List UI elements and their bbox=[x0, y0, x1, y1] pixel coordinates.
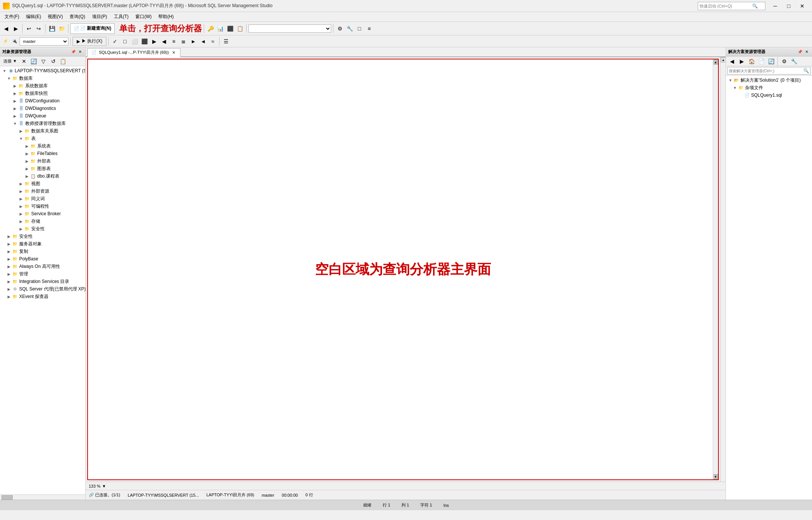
tree-sql-agent[interactable]: ▶ ⚙ SQL Server 代理(已禁用代理 XP) bbox=[0, 285, 85, 293]
sql-btn6[interactable]: ◀ bbox=[159, 37, 168, 46]
sql-btn8[interactable]: ≣ bbox=[179, 37, 188, 46]
h-scroll-thumb[interactable] bbox=[2, 495, 13, 500]
disconnect-btn[interactable]: ✕ bbox=[20, 57, 29, 66]
sol-btn5[interactable]: 🔄 bbox=[767, 57, 776, 66]
tree-management[interactable]: ▶ 📁 管理 bbox=[0, 270, 85, 278]
menu-project[interactable]: 项目(P) bbox=[89, 13, 110, 21]
menu-window[interactable]: 窗口(W) bbox=[132, 13, 155, 21]
tree-teaching-db[interactable]: ▼ 🗄 教师授课管理数据库 bbox=[0, 120, 85, 127]
toolbar-redo-btn[interactable]: ↪ bbox=[34, 24, 43, 33]
solution-search-input[interactable] bbox=[729, 69, 803, 73]
connect-button[interactable]: 连接 ▼ bbox=[2, 56, 19, 67]
sql-file-item[interactable]: 📄 SQLQuery1.sql bbox=[726, 91, 812, 99]
tree-dwqueue[interactable]: ▶ 🗄 DWQueue bbox=[0, 112, 85, 120]
toolbar-icon3[interactable]: ⬛ bbox=[226, 24, 235, 33]
tree-service-broker[interactable]: ▶ 📁 Service Broker bbox=[0, 210, 85, 217]
toolbar-icon1[interactable]: 🔑 bbox=[206, 24, 215, 33]
object-explorer-tree[interactable]: ▼ 🖥 LAPTOP-TYY\MSSQLSERVERT (SQL ▼ 📁 数据库… bbox=[0, 66, 85, 494]
sql-btn3[interactable]: ⬜ bbox=[130, 37, 139, 46]
toolbar-undo-btn[interactable]: ↩ bbox=[24, 24, 33, 33]
toolbar-icon2[interactable]: 📊 bbox=[216, 24, 225, 33]
menu-help[interactable]: 帮助(H) bbox=[155, 13, 177, 21]
query-tab[interactable]: 📄 SQLQuery1.sql -...P-TYY\田月卉 (69)) ✕ bbox=[87, 48, 180, 57]
sql-btn10[interactable]: ◄ bbox=[198, 37, 208, 46]
tree-snapshot[interactable]: ▶ 📁 数据库快照 bbox=[0, 90, 85, 97]
tree-security-sub[interactable]: ▶ 📁 安全性 bbox=[0, 225, 85, 233]
tree-synonyms[interactable]: ▶ 📁 同义词 bbox=[0, 195, 85, 202]
menu-tools[interactable]: 工具(T) bbox=[111, 13, 132, 21]
sql-btn4[interactable]: ⬛ bbox=[140, 37, 149, 46]
toolbar-back-btn[interactable]: ◀ bbox=[2, 24, 11, 33]
solution-item[interactable]: ▼ 📂 解决方案'Solution1' (0 个项目) bbox=[726, 76, 812, 84]
tab-close-btn[interactable]: ✕ bbox=[171, 50, 176, 55]
sql-btn11[interactable]: ≈ bbox=[208, 37, 217, 46]
sol-btn3[interactable]: 🏠 bbox=[747, 57, 756, 66]
tree-ext-tables[interactable]: ▶ 📁 外部表 bbox=[0, 157, 85, 165]
query-editor[interactable]: 空白区域为查询分析器主界面 ▲ ▼ bbox=[87, 59, 719, 480]
h-scrollbar[interactable] bbox=[0, 494, 85, 500]
tree-programmability[interactable]: ▶ 📁 可编程性 bbox=[0, 202, 85, 210]
solution-search-box[interactable]: 🔍 bbox=[727, 67, 810, 75]
tree-dwdiag[interactable]: ▶ 🗄 DWDiagnostics bbox=[0, 105, 85, 112]
restore-button[interactable]: □ bbox=[782, 1, 795, 11]
solution-tree[interactable]: ▼ 📂 解决方案'Solution1' (0 个项目) ▼ 📁 杂项文件 📄 S… bbox=[726, 76, 812, 500]
tree-server-objects[interactable]: ▶ 📁 服务器对象 bbox=[0, 240, 85, 248]
sol-btn4[interactable]: 📄 bbox=[757, 57, 766, 66]
toolbar-icon5[interactable]: ⚙ bbox=[335, 24, 344, 33]
toolbar-fwd-btn[interactable]: ▶ bbox=[11, 24, 20, 33]
tree-integration-services[interactable]: ▶ 📁 Integration Services 目录 bbox=[0, 278, 85, 285]
tree-course-table[interactable]: ▶ 📋 dbo.课程表 bbox=[0, 172, 85, 180]
sql-btn1[interactable]: ✓ bbox=[111, 37, 120, 46]
panel-close-btn[interactable]: ✕ bbox=[77, 49, 83, 55]
tree-security[interactable]: ▶ 📁 安全性 bbox=[0, 233, 85, 240]
sql-btn2[interactable]: □ bbox=[120, 37, 129, 46]
sql-btn9[interactable]: ► bbox=[189, 37, 198, 46]
toolbar-icon7[interactable]: □ bbox=[355, 24, 364, 33]
refresh-btn[interactable]: 🔄 bbox=[29, 57, 38, 66]
sql-btn12[interactable]: ☰ bbox=[221, 37, 230, 46]
properties-btn[interactable]: 📋 bbox=[59, 57, 68, 66]
editor-vscrollbar[interactable]: ▲ ▼ bbox=[713, 59, 718, 479]
panel-pin-btn[interactable]: 📌 bbox=[70, 49, 76, 55]
tree-diagrams[interactable]: ▶ 📁 数据库关系图 bbox=[0, 127, 85, 135]
tree-views[interactable]: ▶ 📁 视图 bbox=[0, 180, 85, 187]
toolbar-dropdown[interactable] bbox=[248, 24, 331, 33]
database-selector[interactable]: master bbox=[20, 37, 68, 46]
tree-graph-tables[interactable]: ▶ 📁 图形表 bbox=[0, 165, 85, 172]
menu-view[interactable]: 视图(V) bbox=[45, 13, 66, 21]
scroll-up-btn[interactable]: ▲ bbox=[714, 59, 718, 65]
zoom-arrow[interactable]: ▼ bbox=[102, 484, 106, 488]
tree-storage[interactable]: ▶ 📁 存储 bbox=[0, 217, 85, 225]
close-button[interactable]: ✕ bbox=[795, 1, 809, 11]
refresh2-btn[interactable]: ↺ bbox=[49, 57, 58, 66]
tree-ext-res[interactable]: ▶ 📁 外部资源 bbox=[0, 187, 85, 195]
toolbar-icon8[interactable]: ≡ bbox=[365, 24, 374, 33]
filter-btn[interactable]: ▽ bbox=[39, 57, 48, 66]
tree-replication[interactable]: ▶ 📁 复制 bbox=[0, 248, 85, 255]
sol-btn1[interactable]: ◀ bbox=[727, 57, 736, 66]
menu-edit[interactable]: 编辑(E) bbox=[23, 13, 44, 21]
misc-folder-item[interactable]: ▼ 📁 杂项文件 bbox=[726, 84, 812, 91]
execute-button[interactable]: ▶ ▶ 执行(X) bbox=[73, 37, 106, 46]
menu-query[interactable]: 查询(Q) bbox=[67, 13, 88, 21]
quick-launch-input[interactable] bbox=[700, 4, 752, 8]
sql-btn7[interactable]: ≡ bbox=[169, 37, 178, 46]
new-query-button[interactable]: 📄 📄 新建查询(N) bbox=[70, 23, 115, 34]
sol-btn6[interactable]: ⚙ bbox=[780, 57, 789, 66]
tree-xevent[interactable]: ▶ 📁 XEvent 探查器 bbox=[0, 293, 85, 300]
toolbar-saveall-btn[interactable]: 📁 bbox=[57, 24, 66, 33]
tree-sys-tables[interactable]: ▶ 📁 系统表 bbox=[0, 142, 85, 150]
minimize-button[interactable]: ─ bbox=[768, 1, 782, 11]
scroll-down-btn[interactable]: ▼ bbox=[714, 474, 718, 479]
panel-up-btn[interactable]: ▲ bbox=[721, 57, 726, 62]
quick-launch-box[interactable]: 🔍 bbox=[698, 2, 765, 10]
sol-btn2[interactable]: ▶ bbox=[737, 57, 746, 66]
toolbar-icon4[interactable]: 📋 bbox=[235, 24, 244, 33]
tree-server[interactable]: ▼ 🖥 LAPTOP-TYY\MSSQLSERVERT (SQL bbox=[0, 67, 85, 75]
menu-file[interactable]: 文件(F) bbox=[2, 13, 22, 21]
right-pin-btn[interactable]: 📌 bbox=[797, 49, 803, 55]
toolbar-save-btn[interactable]: 💾 bbox=[47, 24, 56, 33]
tree-tables[interactable]: ▼ 📁 表 bbox=[0, 135, 85, 142]
toolbar-icon6[interactable]: 🔧 bbox=[345, 24, 354, 33]
right-close-btn[interactable]: ✕ bbox=[804, 49, 810, 55]
